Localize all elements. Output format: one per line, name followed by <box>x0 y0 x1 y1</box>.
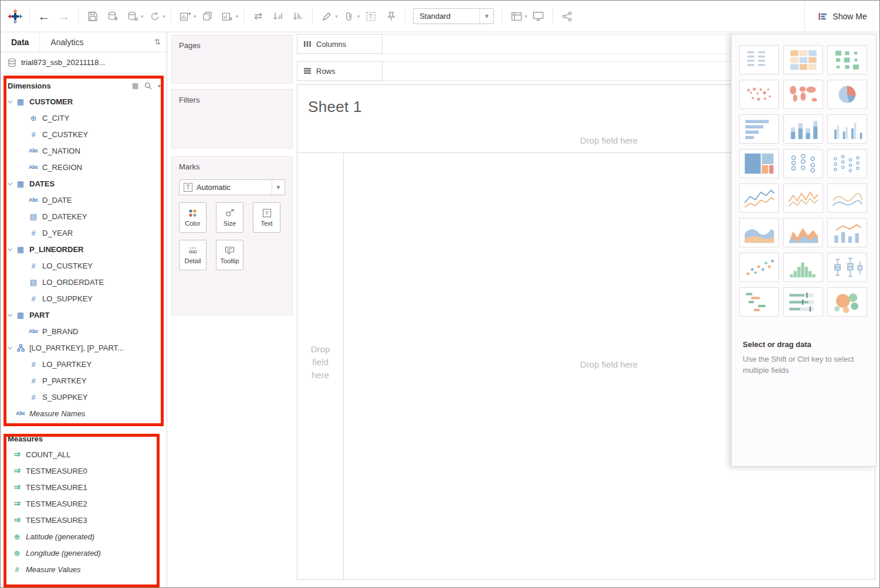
field-dates[interactable]: ▦DATES <box>1 175 167 192</box>
filters-card[interactable]: Filters <box>171 89 293 148</box>
field-longitude-generated[interactable]: ⊕Longitude (generated) <box>1 545 167 561</box>
showme-thumb-symbol-map[interactable] <box>739 80 779 109</box>
field-testmeasure0[interactable]: =#TESTMEASURE0 <box>1 463 167 479</box>
showme-thumb-box-and-whisker[interactable] <box>827 253 867 282</box>
dropdown-caret-icon[interactable]: ▾ <box>236 13 239 19</box>
field-c-city[interactable]: ⊕C_CITY <box>1 110 167 126</box>
field-testmeasure2[interactable]: =#TESTMEASURE2 <box>1 495 167 512</box>
tableau-logo-icon[interactable] <box>5 5 25 28</box>
field-c-custkey[interactable]: #C_CUSTKEY <box>1 126 167 142</box>
field-p-brand[interactable]: AbcP_BRAND <box>1 323 167 339</box>
dropdown-caret-icon[interactable]: ▾ <box>194 13 197 19</box>
showme-thumb-circle-views[interactable] <box>783 149 823 178</box>
field-measure-names[interactable]: AbcMeasure Names <box>1 405 167 422</box>
swap-panes-icon[interactable]: ⇅ <box>154 38 161 46</box>
pane-menu-caret-icon[interactable]: ▾ <box>158 83 161 89</box>
field-lo-partkey[interactable]: #LO_PARTKEY <box>1 356 167 372</box>
clear-sheet-button[interactable] <box>218 5 238 28</box>
field-lo-suppkey[interactable]: #LO_SUPPKEY <box>1 290 167 307</box>
pages-card[interactable]: Pages <box>171 35 293 84</box>
showme-thumb-side-by-side-circles[interactable] <box>827 149 867 178</box>
presentation-mode-button[interactable] <box>529 5 549 28</box>
share-button[interactable] <box>557 5 577 28</box>
duplicate-sheet-button[interactable] <box>198 5 218 28</box>
showme-thumb-text-table[interactable] <box>739 45 779 74</box>
field-measure-values[interactable]: #Measure Values <box>1 561 167 577</box>
field-d-year[interactable]: #D_YEAR <box>1 225 167 241</box>
showme-thumb-bullet-graph[interactable] <box>783 287 823 317</box>
showme-thumb-stacked-bars[interactable] <box>783 114 823 144</box>
field-s-suppkey[interactable]: #S_SUPPKEY <box>1 389 167 405</box>
showme-thumb-treemap[interactable] <box>739 149 779 178</box>
dropdown-caret-icon[interactable]: ▾ <box>163 13 166 19</box>
showme-thumb-dual-combination[interactable] <box>827 218 867 247</box>
showme-thumb-horizontal-bars[interactable] <box>739 114 779 144</box>
field-lo-partkey-p-part[interactable]: [LO_PARTKEY], [P_PART... <box>1 339 167 356</box>
highlight-button[interactable] <box>317 5 337 28</box>
field-lo-orderdate[interactable]: ▤LO_ORDERDATE <box>1 274 167 290</box>
sort-descending-button[interactable] <box>288 5 308 28</box>
tab-analytics[interactable]: Analytics <box>39 32 94 52</box>
showme-thumb-filled-map[interactable] <box>783 80 823 109</box>
mark-labels-button[interactable]: T <box>361 5 381 28</box>
field-d-date[interactable]: AbcD_DATE <box>1 192 167 208</box>
show-hide-cards-button[interactable] <box>506 5 526 28</box>
field-p-lineorder[interactable]: ▦P_LINEORDER <box>1 241 167 257</box>
showme-thumb-dual-lines[interactable] <box>827 183 867 213</box>
showme-thumb-scatter-plot[interactable] <box>739 253 779 282</box>
fit-select[interactable]: Standard ▼ <box>413 8 494 24</box>
pause-auto-updates-button[interactable] <box>123 5 143 28</box>
dropdown-caret-icon[interactable]: ▾ <box>357 13 360 19</box>
field-testmeasure3[interactable]: =#TESTMEASURE3 <box>1 512 167 528</box>
drop-field-zone-left[interactable]: Drop field here <box>306 343 334 382</box>
mark-type-dropdown[interactable]: T Automatic ▼ <box>179 179 285 195</box>
showme-thumb-side-by-side-bars[interactable] <box>827 114 867 144</box>
field-count-all[interactable]: =#COUNT_ALL <box>1 446 167 463</box>
show-me-button[interactable]: Show Me <box>804 1 879 32</box>
showme-thumb-packed-bubbles[interactable] <box>827 287 867 317</box>
expand-caret-icon[interactable] <box>5 101 14 103</box>
color-button[interactable]: Color <box>179 202 207 233</box>
dropdown-caret-icon[interactable]: ▾ <box>141 13 144 19</box>
tooltip-button[interactable]: Tooltip <box>216 240 243 270</box>
showme-thumb-pie-chart[interactable] <box>827 80 867 109</box>
showme-thumb-histogram[interactable] <box>783 253 823 282</box>
field-c-region[interactable]: AbcC_REGION <box>1 159 167 175</box>
forward-button[interactable]: → <box>54 5 74 28</box>
field-c-nation[interactable]: AbcC_NATION <box>1 142 167 159</box>
showme-thumb-discrete-lines[interactable] <box>783 183 823 213</box>
group-members-button[interactable] <box>339 5 359 28</box>
showme-thumb-discrete-area[interactable] <box>783 218 823 247</box>
dropdown-caret-icon[interactable]: ▾ <box>524 13 527 19</box>
field-customer[interactable]: ▦CUSTOMER <box>1 93 167 110</box>
new-datasource-button[interactable] <box>103 5 123 28</box>
run-auto-updates-button[interactable] <box>145 5 165 28</box>
dropdown-caret-icon[interactable]: ▾ <box>335 13 338 19</box>
showme-thumb-gantt[interactable] <box>739 287 779 317</box>
detail-button[interactable]: Detail <box>179 240 207 270</box>
size-button[interactable]: Size <box>216 202 243 233</box>
field-testmeasure1[interactable]: =#TESTMEASURE1 <box>1 479 167 495</box>
swap-axes-button[interactable]: ⇄ <box>248 5 268 28</box>
sort-ascending-button[interactable] <box>268 5 288 28</box>
new-worksheet-button[interactable] <box>175 5 195 28</box>
field-p-partkey[interactable]: #P_PARTKEY <box>1 372 167 389</box>
find-field-icon[interactable] <box>144 82 152 90</box>
showme-thumb-heat-map[interactable] <box>827 45 867 74</box>
expand-caret-icon[interactable] <box>5 347 14 349</box>
showme-thumb-continuous-lines[interactable] <box>739 183 779 213</box>
datasource-item[interactable]: trial873_ssb_20211118... <box>1 52 167 73</box>
back-button[interactable]: ← <box>34 5 54 28</box>
expand-caret-icon[interactable] <box>5 249 14 250</box>
expand-caret-icon[interactable] <box>5 314 14 316</box>
save-button[interactable] <box>83 5 103 28</box>
field-d-datekey[interactable]: ▤D_DATEKEY <box>1 208 167 225</box>
expand-caret-icon[interactable] <box>5 183 14 185</box>
view-data-grid-icon[interactable]: ▦ <box>132 81 138 90</box>
text-button[interactable]: T Text <box>253 202 280 233</box>
field-latitude-generated[interactable]: ⊕Latitude (generated) <box>1 528 167 545</box>
field-part[interactable]: ▦PART <box>1 307 167 323</box>
tab-data[interactable]: Data <box>1 32 39 52</box>
field-lo-custkey[interactable]: #LO_CUSTKEY <box>1 257 167 274</box>
showme-thumb-highlight-table[interactable] <box>783 45 823 74</box>
